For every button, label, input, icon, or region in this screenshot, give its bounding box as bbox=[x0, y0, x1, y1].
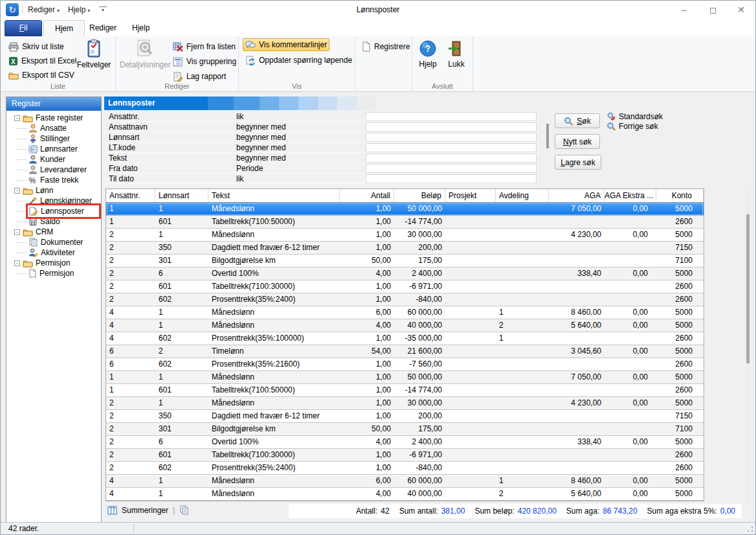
tree-item-l-nn[interactable]: -Lønn bbox=[6, 185, 101, 196]
tree-item-aktiviteter[interactable]: Aktiviteter bbox=[6, 247, 101, 258]
tree-item-faste-register[interactable]: -Faste register bbox=[6, 113, 101, 123]
lagre-sok-button[interactable]: Lagre søk bbox=[555, 155, 601, 170]
table-row[interactable]: 41Månedslønn4,0040 000,0025 640,000,0050… bbox=[106, 319, 704, 332]
vis-gruppering-button[interactable]: Vis gruppering bbox=[170, 55, 239, 68]
table-row[interactable]: 2301Bilgodtgjørelse km50,00175,007100 bbox=[106, 423, 704, 436]
filter-input-til-dato[interactable] bbox=[366, 174, 537, 183]
column-header-tekst[interactable]: Tekst bbox=[208, 189, 340, 202]
table-row[interactable]: 21Månedslønn1,0030 000,004 230,000,00500… bbox=[106, 229, 704, 242]
table-row[interactable]: 2350Dagdiett med fravær 6-12 timer1,0020… bbox=[106, 242, 704, 255]
collapse-icon[interactable]: - bbox=[14, 229, 20, 235]
tab-rediger[interactable]: Rediger bbox=[78, 20, 128, 36]
column-header-prosjekt[interactable]: Prosjekt bbox=[445, 189, 496, 202]
resize-grip[interactable] bbox=[746, 525, 754, 533]
close-button[interactable]: ✕ bbox=[727, 1, 755, 19]
filter-input-tekst[interactable] bbox=[366, 154, 537, 163]
table-row[interactable]: 2350Dagdiett med fravær 6-12 timer1,0020… bbox=[106, 410, 704, 423]
table-scrollbar-thumb[interactable] bbox=[746, 214, 750, 363]
eksport-til-csv-button[interactable]: Eksport til CSV bbox=[6, 69, 77, 82]
skriv-ut-liste-button[interactable]: Skriv ut liste bbox=[6, 40, 67, 53]
nytt-sok-button[interactable]: Nytt søk bbox=[555, 134, 600, 149]
app-logo-icon[interactable]: ↻ bbox=[6, 3, 19, 16]
tree-item-dokumenter[interactable]: Dokumenter bbox=[6, 237, 101, 247]
table-row[interactable]: 21Månedslønn1,0030 000,004 230,000,00500… bbox=[106, 397, 704, 410]
tree-item-permisjon[interactable]: -Permisjon bbox=[6, 258, 101, 268]
summeringer-label[interactable]: Summeringer bbox=[122, 506, 168, 515]
tree-item-l-nnsarter[interactable]: Lønnsarter bbox=[6, 144, 101, 154]
table-row[interactable]: 2601Tabelltrekk(7100:30000)1,00-6 971,00… bbox=[106, 449, 704, 462]
column-header-l-nnsart[interactable]: Lønnsart bbox=[155, 189, 208, 202]
collapse-icon[interactable]: - bbox=[14, 188, 20, 194]
oppdater-sporring-button[interactable]: Oppdater spørring løpende bbox=[243, 54, 355, 67]
table-row[interactable]: 41Månedslønn6,0060 000,0018 460,000,0050… bbox=[106, 475, 704, 488]
table-scrollbar[interactable] bbox=[746, 190, 750, 499]
filter-input-l-nnsart[interactable] bbox=[366, 133, 537, 142]
tree-item-faste-trekk[interactable]: %Faste trekk bbox=[6, 175, 101, 185]
table-row[interactable]: 2601Tabelltrekk(7100:30000)1,00-6 971,00… bbox=[106, 280, 704, 293]
standardsok-link[interactable]: Standardsøk bbox=[606, 112, 663, 121]
feltvelger-button[interactable]: Feltvelger bbox=[76, 38, 112, 69]
detaljvisninger-button[interactable]: Detaljvisninger bbox=[120, 38, 169, 69]
lukk-button[interactable]: Lukk bbox=[442, 38, 471, 69]
tab-fil[interactable]: Fil bbox=[5, 20, 42, 36]
tree-item-permisjon[interactable]: Permisjon bbox=[6, 268, 101, 279]
filter-input-ansattnr[interactable] bbox=[366, 112, 537, 121]
collapse-icon[interactable]: - bbox=[14, 115, 20, 121]
copy-icon[interactable] bbox=[179, 505, 189, 515]
quick-access-customize-icon[interactable]: ▾ bbox=[99, 6, 107, 13]
quick-access-hjelp[interactable]: Hjelp▾ bbox=[68, 5, 90, 14]
column-header-bel-p[interactable]: Beløp bbox=[394, 189, 445, 202]
table-row[interactable]: 4602Prosenttrekk(35%:100000)1,00-35 000,… bbox=[106, 332, 704, 345]
tree-item-l-nnsposter[interactable]: Lønnsposter bbox=[6, 206, 101, 216]
table-row[interactable]: 1601Tabelltrekk(7100:50000)1,00-14 774,0… bbox=[106, 216, 704, 229]
column-header-aga[interactable]: AGA bbox=[549, 189, 605, 202]
filter-operator[interactable]: lik bbox=[236, 111, 366, 122]
column-header-avdeling[interactable]: Avdeling bbox=[496, 189, 549, 202]
forrige-sok-link[interactable]: Forrige søk bbox=[606, 122, 658, 131]
hjelp-button[interactable]: ?Hjelp bbox=[414, 38, 442, 69]
table-row[interactable]: 2602Prosenttrekk(35%:2400)1,00-840,00260… bbox=[106, 462, 704, 475]
maximize-button[interactable] bbox=[698, 1, 727, 19]
registrere-button[interactable]: Registrere bbox=[359, 40, 412, 53]
column-header-konto[interactable]: Konto bbox=[656, 189, 704, 202]
tab-hjelp[interactable]: Hjelp bbox=[121, 20, 161, 36]
fjern-fra-listen-button[interactable]: Fjern fra listen bbox=[170, 40, 238, 53]
table-row[interactable]: 62Timelønn54,0021 600,003 045,600,005000 bbox=[106, 345, 704, 358]
table-row[interactable]: 26Overtid 100%4,002 400,00338,400,005000 bbox=[106, 268, 704, 280]
tree-item-kunder[interactable]: Kunder bbox=[6, 154, 101, 165]
filter-scrollbar[interactable] bbox=[546, 124, 549, 148]
filter-input-lt-kode[interactable] bbox=[366, 143, 537, 152]
lag-rapport-button[interactable]: Lag rapport bbox=[170, 70, 228, 83]
tab-hjem[interactable]: Hjem bbox=[43, 20, 85, 36]
filter-operator[interactable]: begynner med bbox=[236, 132, 366, 142]
tree-item-saldo[interactable]: Saldo bbox=[6, 216, 101, 227]
table-row[interactable]: 41Månedslønn4,0040 000,0025 640,000,0050… bbox=[106, 488, 704, 501]
table-row[interactable]: 2301Bilgodtgjørelse km50,00175,007100 bbox=[106, 255, 704, 268]
table-row[interactable]: 6602Prosenttrekk(35%:21600)1,00-7 560,00… bbox=[106, 358, 704, 371]
filter-input-ansattnavn[interactable] bbox=[366, 122, 537, 131]
tree-item-crm[interactable]: -CRM bbox=[6, 227, 101, 237]
table-row[interactable]: 26Overtid 100%4,002 400,00338,400,005000 bbox=[106, 436, 704, 449]
table-row[interactable]: 41Månedslønn6,0060 000,0018 460,000,0050… bbox=[106, 306, 704, 319]
filter-input-fra-dato[interactable] bbox=[366, 164, 537, 173]
collapse-icon[interactable]: - bbox=[14, 260, 20, 266]
table-row[interactable]: 11Månedslønn1,0050 000,007 050,000,00500… bbox=[106, 203, 704, 216]
tree-item-stillinger[interactable]: Stillinger bbox=[6, 133, 101, 144]
quick-access-rediger[interactable]: Rediger▾ bbox=[28, 5, 60, 14]
sok-button[interactable]: Søk bbox=[555, 113, 600, 128]
column-header-ansattnr[interactable]: Ansattnr. bbox=[106, 189, 155, 202]
eksport-til-excel-button[interactable]: XEksport til Excel bbox=[6, 54, 79, 67]
tree-item-l-nnskj-ringer[interactable]: Lønnskjøringer bbox=[6, 196, 101, 206]
column-header-aga-ekstra[interactable]: AGA Ekstra ... bbox=[605, 189, 656, 202]
filter-operator[interactable]: begynner med bbox=[236, 142, 366, 153]
filter-operator[interactable]: begynner med bbox=[236, 122, 366, 132]
tree-item-leverand-rer[interactable]: Leverandører bbox=[6, 165, 101, 175]
vis-kommentarlinjer-toggle[interactable]: Vis kommentarlinjer bbox=[243, 38, 329, 51]
table-row[interactable]: 2602Prosenttrekk(35%:2400)1,00-840,00260… bbox=[106, 293, 704, 306]
summations-icon[interactable] bbox=[107, 506, 117, 515]
column-header-antall[interactable]: Antall bbox=[340, 189, 394, 202]
filter-operator[interactable]: Periode bbox=[236, 163, 366, 174]
table-row[interactable]: 11Månedslønn1,0050 000,007 050,000,00500… bbox=[106, 371, 704, 384]
filter-operator[interactable]: begynner med bbox=[236, 153, 366, 163]
table-row[interactable]: 1601Tabelltrekk(7100:50000)1,00-14 774,0… bbox=[106, 384, 704, 397]
